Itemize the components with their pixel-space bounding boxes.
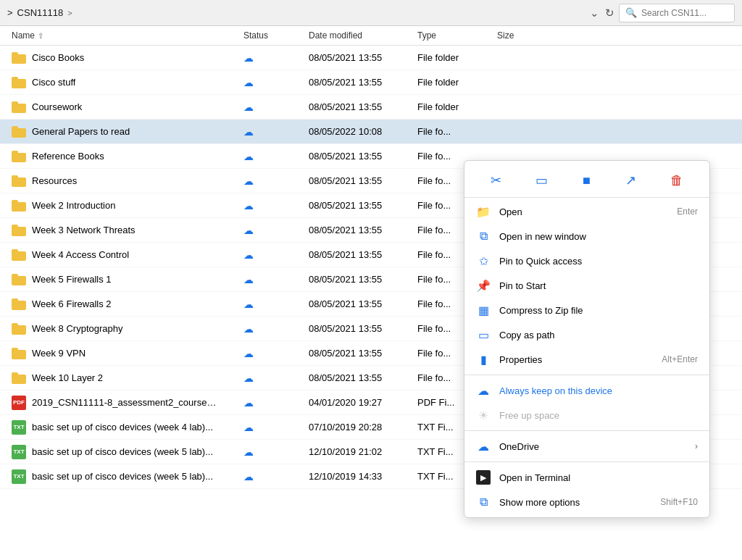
file-date: 07/10/2019 20:28 bbox=[309, 422, 417, 432]
cloud-status-icon: ☁ bbox=[243, 422, 254, 433]
ctx-item-pin-start[interactable]: 📌 Pin to Start bbox=[464, 273, 709, 298]
folder-icon bbox=[12, 372, 26, 384]
file-date: 08/05/2021 13:55 bbox=[309, 101, 417, 112]
file-name: Week 5 Firewalls 1 bbox=[32, 274, 112, 285]
col-header-type[interactable]: Type bbox=[417, 30, 497, 41]
refresh-icon[interactable]: ↻ bbox=[605, 7, 614, 20]
col-header-status[interactable]: Status bbox=[243, 30, 309, 41]
show-more-icon: ⧉ bbox=[476, 495, 491, 509]
file-name: Week 3 Network Threats bbox=[32, 225, 136, 235]
file-date: 12/10/2019 14:33 bbox=[309, 471, 417, 482]
ctx-cut-icon[interactable]: ✂ bbox=[485, 170, 507, 191]
file-date: 08/05/2021 13:55 bbox=[309, 348, 417, 359]
folder-icon bbox=[12, 101, 26, 113]
file-date: 08/05/2021 13:55 bbox=[309, 298, 417, 309]
breadcrumb-current[interactable]: CSN11118 bbox=[17, 7, 64, 18]
ctx-pin-start-label: Pin to Start bbox=[499, 280, 698, 291]
col-header-size[interactable]: Size bbox=[497, 30, 555, 41]
file-date: 04/01/2020 19:27 bbox=[309, 397, 417, 408]
ctx-open-new-window-label: Open in new window bbox=[499, 231, 698, 242]
file-date: 08/05/2021 13:55 bbox=[309, 372, 417, 383]
ctx-open-label: Open bbox=[499, 206, 668, 217]
open-new-window-icon: ⧉ bbox=[476, 229, 491, 243]
ctx-item-free-up: ☀ Free up space bbox=[464, 403, 709, 427]
table-row[interactable]: General Papers to read ☁ 08/05/2022 10:0… bbox=[0, 120, 742, 144]
cloud-status-icon: ☁ bbox=[243, 200, 254, 212]
ctx-rename-icon[interactable]: ■ bbox=[577, 170, 596, 191]
file-date: 08/05/2021 13:55 bbox=[309, 323, 417, 334]
cloud-status-icon: ☁ bbox=[243, 446, 254, 458]
file-name: basic set up of cisco devices (week 4 la… bbox=[32, 422, 213, 432]
ctx-open-shortcut: Enter bbox=[677, 206, 698, 217]
dropdown-icon[interactable]: ⌄ bbox=[590, 7, 599, 20]
ctx-item-properties[interactable]: ▮ Properties Alt+Enter bbox=[464, 347, 709, 372]
cloud-status-icon: ☁ bbox=[243, 126, 254, 138]
column-headers: Name ⇧ Status Date modified Type Size bbox=[0, 26, 742, 46]
ctx-always-keep-label: Always keep on this device bbox=[499, 385, 698, 396]
col-header-date[interactable]: Date modified bbox=[309, 30, 417, 41]
folder-icon bbox=[12, 225, 26, 236]
topbar-icons: ⌄ ↻ bbox=[590, 7, 614, 20]
search-input[interactable] bbox=[641, 8, 721, 18]
ctx-item-pin-quick[interactable]: ✩ Pin to Quick access bbox=[464, 248, 709, 273]
cloud-status-icon: ☁ bbox=[243, 151, 254, 162]
copy-path-icon: ▭ bbox=[476, 327, 491, 342]
folder-icon bbox=[12, 77, 26, 88]
file-name: basic set up of cisco devices (week 5 la… bbox=[32, 471, 213, 482]
file-name: Coursework bbox=[32, 101, 82, 112]
file-type: File folder bbox=[417, 52, 497, 63]
file-name: Week 2 Introduction bbox=[32, 200, 115, 211]
ctx-properties-shortcut: Alt+Enter bbox=[662, 354, 698, 364]
table-row[interactable]: Cisco stuff ☁ 08/05/2021 13:55 File fold… bbox=[0, 70, 742, 95]
file-date: 08/05/2021 13:55 bbox=[309, 200, 417, 211]
ctx-separator-3 bbox=[464, 461, 709, 462]
pin-quick-icon: ✩ bbox=[476, 254, 491, 268]
ctx-item-open-new-window[interactable]: ⧉ Open in new window bbox=[464, 224, 709, 248]
breadcrumb-prev[interactable]: > bbox=[7, 7, 13, 18]
ctx-share-icon[interactable]: ↗ bbox=[620, 170, 642, 191]
ctx-copy-icon[interactable]: ▭ bbox=[530, 170, 554, 191]
ctx-onedrive-arrow: › bbox=[695, 441, 698, 451]
cloud-status-icon: ☁ bbox=[243, 101, 254, 113]
ctx-delete-icon[interactable]: 🗑 bbox=[664, 170, 689, 191]
ctx-item-copy-path[interactable]: ▭ Copy as path bbox=[464, 322, 709, 347]
sort-arrow: ⇧ bbox=[38, 32, 43, 40]
file-name: Week 10 Layer 2 bbox=[32, 372, 103, 383]
file-date: 08/05/2021 13:55 bbox=[309, 77, 417, 88]
file-name: Week 4 Access Control bbox=[32, 249, 129, 260]
file-area: Name ⇧ Status Date modified Type Size Ci… bbox=[0, 26, 742, 560]
ctx-properties-label: Properties bbox=[499, 354, 653, 365]
table-row[interactable]: Coursework ☁ 08/05/2021 13:55 File folde… bbox=[0, 95, 742, 120]
compress-zip-icon: ▦ bbox=[476, 303, 491, 317]
file-type: File fo... bbox=[417, 126, 497, 137]
ctx-item-show-more[interactable]: ⧉ Show more options Shift+F10 bbox=[464, 490, 709, 514]
cloud-status-icon: ☁ bbox=[243, 348, 254, 359]
file-date: 08/05/2021 13:55 bbox=[309, 151, 417, 162]
cloud-status-icon: ☁ bbox=[243, 372, 254, 384]
ctx-open-terminal-label: Open in Terminal bbox=[499, 472, 698, 483]
file-type: File folder bbox=[417, 77, 497, 88]
folder-icon bbox=[12, 52, 26, 64]
folder-icon bbox=[12, 249, 26, 261]
ctx-item-onedrive[interactable]: ☁ OneDrive › bbox=[464, 434, 709, 459]
ctx-free-up-label: Free up space bbox=[499, 410, 698, 421]
file-name: Resources bbox=[32, 175, 77, 186]
file-date: 08/05/2021 13:55 bbox=[309, 274, 417, 285]
file-name: General Papers to read bbox=[32, 126, 130, 137]
cloud-status-icon: ☁ bbox=[243, 397, 254, 409]
ctx-item-compress-zip[interactable]: ▦ Compress to Zip file bbox=[464, 298, 709, 322]
file-name: 2019_CSN11111-8_assessment2_coursew... bbox=[32, 397, 220, 408]
cloud-status-icon: ☁ bbox=[243, 323, 254, 335]
file-date: 08/05/2022 10:08 bbox=[309, 126, 417, 137]
col-header-name[interactable]: Name ⇧ bbox=[12, 30, 243, 41]
search-box[interactable]: 🔍 bbox=[619, 4, 735, 22]
folder-icon bbox=[12, 274, 26, 285]
onedrive-icon: ☁ bbox=[476, 439, 491, 454]
file-date: 08/05/2021 13:55 bbox=[309, 52, 417, 63]
ctx-item-always-keep[interactable]: ☁ Always keep on this device bbox=[464, 378, 709, 403]
ctx-show-more-shortcut: Shift+F10 bbox=[660, 497, 698, 507]
ctx-item-open-terminal[interactable]: ▶ Open in Terminal bbox=[464, 465, 709, 490]
table-row[interactable]: Cisco Books ☁ 08/05/2021 13:55 File fold… bbox=[0, 46, 742, 70]
ctx-item-open[interactable]: 📁 Open Enter bbox=[464, 199, 709, 224]
free-up-icon: ☀ bbox=[476, 408, 491, 422]
